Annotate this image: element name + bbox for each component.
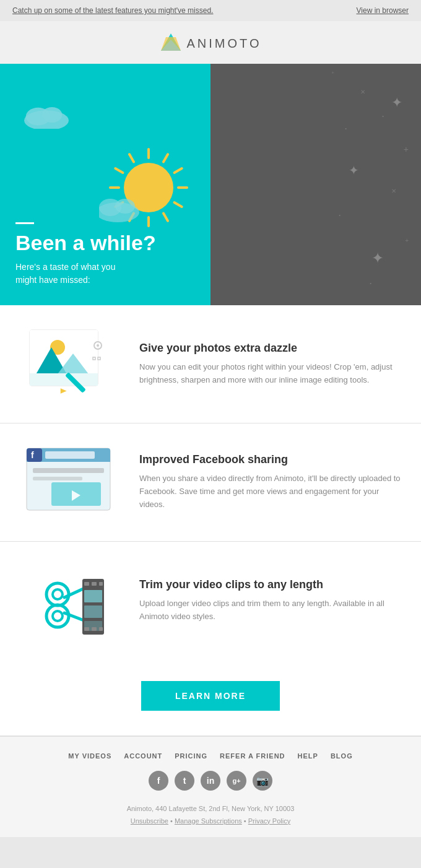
- footer-link-blog[interactable]: BLOG: [331, 752, 353, 760]
- star-icon: ✦: [349, 163, 359, 178]
- hero-divider: [15, 222, 34, 224]
- star-icon: •: [382, 113, 384, 119]
- hero-left: Been a while? Here's a taste of what you…: [0, 64, 210, 305]
- svg-rect-54: [92, 582, 97, 586]
- svg-line-7: [163, 154, 168, 162]
- learn-more-button[interactable]: LEARN MORE: [141, 681, 280, 711]
- feature-video-trim: Trim your video clips to any length Uplo…: [0, 542, 421, 659]
- star-icon: ✦: [371, 250, 384, 267]
- feature-facebook-title: Improved Facebook sharing: [139, 453, 406, 466]
- svg-rect-41: [45, 451, 95, 459]
- svg-point-5: [42, 107, 62, 123]
- svg-marker-30: [58, 386, 66, 395]
- logo-text: ANIMOTO: [187, 37, 262, 51]
- photo-edit-illustration: [15, 324, 124, 404]
- linkedin-social-icon[interactable]: in: [201, 771, 220, 791]
- star-icon: ✕: [391, 188, 396, 194]
- svg-point-46: [46, 583, 69, 605]
- feature-photo-title: Give your photos extra dazzle: [139, 342, 406, 355]
- cta-section: LEARN MORE: [0, 659, 421, 736]
- footer-nav-links: MY VIDEOS ACCOUNT PRICING REFER A FRIEND…: [12, 752, 409, 760]
- instagram-social-icon[interactable]: 📷: [253, 771, 272, 791]
- svg-line-16: [115, 168, 123, 173]
- star-icon: ✦: [391, 95, 402, 111]
- manage-subscriptions-link[interactable]: Manage Subscriptions: [175, 817, 242, 825]
- cloud-icon: [19, 101, 74, 129]
- svg-point-21: [115, 199, 135, 214]
- feature-photo-text: Give your photos extra dazzle Now you ca…: [139, 342, 406, 387]
- logo-area: ANIMOTO: [0, 21, 421, 64]
- svg-point-48: [46, 605, 69, 627]
- catch-up-link[interactable]: Catch up on some of the latest features …: [12, 6, 213, 15]
- unsubscribe-link[interactable]: Unsubscribe: [131, 817, 168, 825]
- social-icons: f t in g+ 📷: [12, 771, 409, 791]
- feature-photo-editing: Give your photos extra dazzle Now you ca…: [0, 305, 421, 423]
- feature-photo-desc: Now you can edit your photos right withi…: [139, 361, 406, 387]
- star-icon: +: [404, 144, 409, 154]
- facebook-social-icon[interactable]: f: [149, 771, 168, 791]
- svg-rect-34: [98, 357, 100, 360]
- svg-line-11: [163, 214, 168, 221]
- address-text: Animoto, 440 Lafayette St, 2nd Fl, New Y…: [127, 805, 295, 812]
- svg-line-17: [129, 154, 134, 162]
- svg-rect-42: [33, 468, 104, 473]
- svg-rect-28: [30, 373, 98, 386]
- hero-subtitle: Here's a taste of what youmight have mis…: [15, 261, 195, 287]
- feature-video-text: Trim your video clips to any length Uplo…: [139, 578, 406, 623]
- feature-facebook-text: Improved Facebook sharing When you share…: [139, 453, 406, 511]
- svg-rect-55: [99, 582, 103, 586]
- footer-link-pricing[interactable]: PRICING: [175, 752, 207, 760]
- svg-rect-59: [84, 627, 89, 631]
- svg-point-49: [53, 611, 63, 621]
- star-icon: ✕: [360, 89, 365, 95]
- svg-rect-56: [84, 590, 102, 602]
- star-icon: +: [331, 70, 334, 76]
- svg-rect-43: [33, 477, 82, 480]
- top-bar: Catch up on some of the latest features …: [0, 0, 421, 21]
- svg-point-47: [53, 589, 63, 599]
- star-icon: +: [405, 237, 409, 244]
- svg-rect-60: [92, 627, 97, 631]
- star-icon: •: [345, 126, 347, 131]
- privacy-policy-link[interactable]: Privacy Policy: [248, 817, 290, 825]
- star-icon: •: [339, 212, 341, 218]
- feature-facebook-desc: When you share a video directly from Ani…: [139, 472, 406, 511]
- twitter-social-icon[interactable]: t: [175, 771, 194, 791]
- footer-link-help[interactable]: HELP: [298, 752, 318, 760]
- hero-right: ✕ • • ✦ ✦ ✕ • ✦ + + • +: [210, 64, 421, 305]
- feature-facebook-sharing: f Improved Facebook sharing When you sha…: [0, 423, 421, 542]
- svg-line-8: [175, 168, 182, 173]
- star-icon: •: [370, 280, 371, 286]
- footer-address: Animoto, 440 Lafayette St, 2nd Fl, New Y…: [12, 803, 409, 828]
- fb-share-illustration: f: [15, 442, 124, 523]
- feature-video-title: Trim your video clips to any length: [139, 578, 406, 591]
- footer-link-refer[interactable]: REFER A FRIEND: [220, 752, 285, 760]
- googleplus-social-icon[interactable]: g+: [227, 771, 246, 791]
- hero-section: Been a while? Here's a taste of what you…: [0, 64, 421, 305]
- footer-link-account[interactable]: ACCOUNT: [124, 752, 162, 760]
- svg-rect-53: [84, 582, 89, 586]
- feature-video-desc: Upload longer video clips and trim them …: [139, 597, 406, 623]
- svg-rect-57: [84, 605, 102, 618]
- svg-line-10: [175, 202, 182, 207]
- svg-point-32: [97, 344, 99, 347]
- view-in-browser-link[interactable]: View in browser: [357, 6, 409, 15]
- footer-link-my-videos[interactable]: MY VIDEOS: [68, 752, 111, 760]
- video-trim-illustration: [15, 560, 124, 641]
- animoto-logo-icon: [160, 32, 182, 54]
- svg-text:f: f: [31, 450, 34, 460]
- footer: MY VIDEOS ACCOUNT PRICING REFER A FRIEND…: [0, 736, 421, 837]
- svg-rect-61: [99, 627, 103, 631]
- sun-icon: [99, 132, 210, 256]
